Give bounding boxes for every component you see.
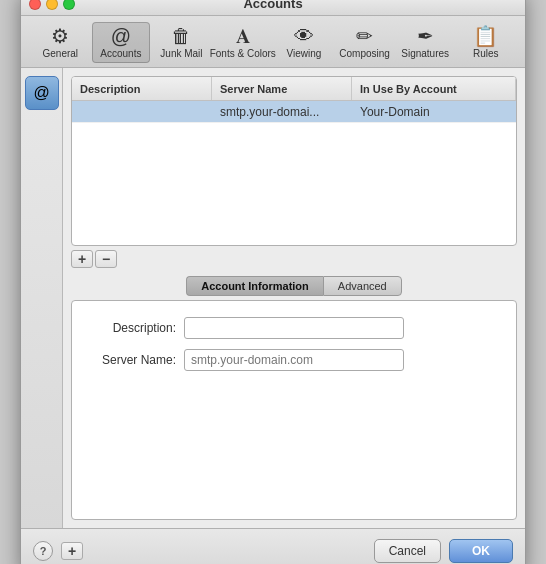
- main-content: @ Description Server Name In Use By Acco…: [21, 68, 525, 528]
- accounts-icon: @: [111, 26, 131, 46]
- table-row[interactable]: smtp.your-domai... Your-Domain: [72, 101, 516, 123]
- bottom-buttons: Cancel OK: [374, 539, 513, 563]
- toolbar-label-accounts: Accounts: [100, 48, 141, 59]
- fonts-colors-icon: 𝐀: [236, 26, 250, 46]
- title-bar: Accounts: [21, 0, 525, 16]
- help-button[interactable]: ?: [33, 541, 53, 561]
- toolbar-label-rules: Rules: [473, 48, 499, 59]
- description-row: Description:: [84, 317, 504, 339]
- table-body: smtp.your-domai... Your-Domain: [72, 101, 516, 245]
- column-header-description: Description: [72, 77, 212, 100]
- toolbar-item-signatures[interactable]: ✒ Signatures: [396, 23, 455, 62]
- minimize-button[interactable]: [46, 0, 58, 10]
- window-title: Accounts: [243, 0, 302, 11]
- toolbar-item-composing[interactable]: ✏ Composing: [335, 23, 394, 62]
- toolbar-item-accounts[interactable]: @ Accounts: [92, 22, 151, 63]
- bottom-add-button[interactable]: +: [61, 542, 83, 560]
- server-name-row: Server Name:: [84, 349, 504, 371]
- cell-server-name: smtp.your-domai...: [212, 105, 352, 119]
- tab-advanced[interactable]: Advanced: [323, 276, 402, 296]
- tab-bar: Account Information Advanced: [71, 276, 517, 296]
- cancel-button[interactable]: Cancel: [374, 539, 441, 563]
- tab-account-information[interactable]: Account Information: [186, 276, 323, 296]
- sidebar: @: [21, 68, 63, 528]
- maximize-button[interactable]: [63, 0, 75, 10]
- description-input[interactable]: [184, 317, 404, 339]
- rules-icon: 📋: [473, 26, 498, 46]
- toolbar-item-rules[interactable]: 📋 Rules: [456, 23, 515, 62]
- tab-content-account-information: Description: Server Name:: [71, 300, 517, 520]
- toolbar-label-junk-mail: Junk Mail: [160, 48, 202, 59]
- composing-icon: ✏: [356, 26, 373, 46]
- traffic-lights: [29, 0, 75, 10]
- close-button[interactable]: [29, 0, 41, 10]
- table-header: Description Server Name In Use By Accoun…: [72, 77, 516, 101]
- sidebar-account-icon: @: [33, 84, 49, 102]
- description-label: Description:: [84, 321, 184, 335]
- tab-section: Account Information Advanced Description…: [71, 276, 517, 520]
- junk-mail-icon: 🗑: [171, 26, 191, 46]
- viewing-icon: 👁: [294, 26, 314, 46]
- cell-in-use-by: Your-Domain: [352, 105, 516, 119]
- column-header-server: Server Name: [212, 77, 352, 100]
- add-remove-bar: + −: [71, 250, 517, 268]
- remove-server-button[interactable]: −: [95, 250, 117, 268]
- toolbar-item-general[interactable]: ⚙ General: [31, 23, 90, 62]
- toolbar-label-viewing: Viewing: [287, 48, 322, 59]
- toolbar-item-viewing[interactable]: 👁 Viewing: [275, 23, 334, 62]
- server-name-input[interactable]: [184, 349, 404, 371]
- add-server-button[interactable]: +: [71, 250, 93, 268]
- toolbar-label-general: General: [42, 48, 78, 59]
- column-header-inuse: In Use By Account: [352, 77, 516, 100]
- accounts-window: Accounts ⚙ General @ Accounts 🗑 Junk Mai…: [20, 0, 526, 564]
- bottom-bar: ? + Cancel OK: [21, 528, 525, 564]
- signatures-icon: ✒: [417, 26, 434, 46]
- toolbar-item-fonts-colors[interactable]: 𝐀 Fonts & Colors: [213, 23, 273, 62]
- toolbar: ⚙ General @ Accounts 🗑 Junk Mail 𝐀 Fonts…: [21, 16, 525, 68]
- toolbar-label-signatures: Signatures: [401, 48, 449, 59]
- toolbar-label-composing: Composing: [339, 48, 390, 59]
- toolbar-item-junk-mail[interactable]: 🗑 Junk Mail: [152, 23, 211, 62]
- general-icon: ⚙: [51, 26, 69, 46]
- server-name-label: Server Name:: [84, 353, 184, 367]
- ok-button[interactable]: OK: [449, 539, 513, 563]
- toolbar-label-fonts-colors: Fonts & Colors: [210, 48, 276, 59]
- smtp-table: Description Server Name In Use By Accoun…: [71, 76, 517, 246]
- content-panel: Description Server Name In Use By Accoun…: [63, 68, 525, 528]
- sidebar-item-account[interactable]: @: [25, 76, 59, 110]
